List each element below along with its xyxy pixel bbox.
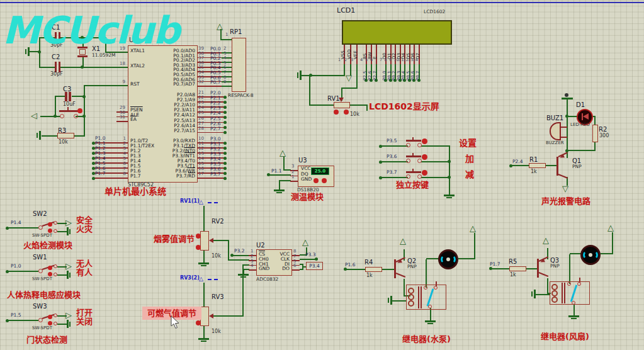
relay1-body[interactable]: [406, 285, 446, 310]
wire: [201, 265, 206, 266]
wire: [40, 116, 60, 117]
pin-stub: [292, 269, 300, 271]
motor-hub-icon: [446, 257, 450, 261]
pin-name: VCC: [301, 166, 311, 171]
led-diode-icon: [583, 113, 589, 120]
transistor-q3-value: PNP: [550, 264, 560, 269]
lcd-net-label: P2.7: [373, 64, 378, 81]
key-plate-icon: [406, 155, 421, 157]
lcd-pin-number: 7: [380, 58, 382, 62]
lcd-pin-number: 14: [413, 58, 418, 62]
temp-increase-button[interactable]: [314, 178, 319, 183]
wire: [612, 232, 613, 254]
switch-ref: SW3: [33, 303, 47, 310]
power-terminal-icon: ▽: [346, 74, 352, 82]
junction-dot: [565, 149, 568, 152]
net-terminal-dot: [223, 101, 227, 104]
lcd-part: LCD1602: [424, 9, 445, 14]
key-contact-icon: [406, 159, 410, 163]
resistor-r5-body[interactable]: [509, 266, 526, 271]
net-terminal-dot: [223, 152, 227, 155]
pin-name: DO: [271, 266, 290, 271]
resistor-r4-body[interactable]: [365, 267, 382, 272]
net-label: P3.6: [387, 154, 397, 159]
wire: [283, 157, 285, 171]
cap2-value: 30pF: [50, 72, 63, 77]
key-contact-icon: [406, 143, 410, 147]
pump-motor[interactable]: [438, 249, 458, 269]
wire: [567, 116, 577, 117]
wire: [57, 231, 67, 232]
pin-number: 17: [198, 172, 204, 177]
pot-rv3-ref: RV3: [212, 293, 224, 300]
net-terminal-dot: [223, 131, 227, 134]
buzzer-symbol[interactable]: [550, 122, 561, 140]
junction-dot: [82, 95, 86, 98]
pot-rv2-value: 10k: [212, 254, 221, 259]
transistor-q1-value: PNP: [572, 164, 582, 169]
pin-stub: [197, 178, 225, 179]
switch-toggle-button: [48, 315, 52, 319]
cap3-value: 10uF: [63, 102, 76, 108]
pot-rv3-wiper-icon: [209, 313, 213, 319]
lcd-pin-name: D7: [416, 42, 421, 59]
lcd-net-label: P0.7: [416, 64, 421, 81]
switch-toggle-button: [48, 321, 52, 325]
respack-pin1-number: 1: [225, 33, 228, 38]
wire: [346, 269, 366, 270]
wire: [547, 278, 548, 294]
component-stroke: [59, 110, 78, 112]
schematic-canvas[interactable]: △△△△△△△▽▽◁▷▷▷ U1 STC89C52 单片机最小系统 RP1 RE…: [0, 0, 644, 350]
lcd-pin-number: 4: [360, 58, 363, 62]
rv2-decrease-button[interactable]: [196, 245, 201, 250]
key-plate-icon: [406, 140, 421, 142]
relay2-caption: 继电器(风扇): [541, 332, 589, 342]
respack-body[interactable]: [232, 38, 246, 92]
wire: [220, 39, 232, 40]
switch-toggle-button: [48, 222, 52, 227]
wire: [449, 145, 450, 195]
rv3-tag-dash-icon: [208, 279, 218, 280]
wire: [279, 180, 291, 181]
net-label-p1-1: P1.1: [271, 169, 281, 174]
switch-ref: SW1: [33, 254, 47, 261]
resistor-r4-value: 1k: [366, 273, 373, 279]
junction-dot: [344, 268, 347, 271]
wire: [421, 177, 450, 178]
rv1-decrease-button: [334, 110, 339, 115]
net-label-p3-2: P3.2: [234, 249, 244, 254]
lcd-pin-name: VSS: [341, 42, 346, 59]
wire: [421, 161, 450, 162]
junction-dot: [509, 164, 512, 167]
pot-rv1-body[interactable]: [334, 102, 350, 108]
junction-dot: [81, 65, 84, 69]
power-terminal-icon: ▽: [562, 184, 568, 193]
wire: [39, 131, 41, 140]
lcd-pin-number: 5: [365, 58, 368, 62]
pin-number: 4: [251, 264, 253, 269]
mcuclub-watermark: MCUclub: [3, 11, 179, 49]
switch-state-bottom: 火灾: [76, 225, 93, 234]
switch-type: SW-SPDT: [32, 234, 52, 239]
ground-bar-icon: [69, 229, 71, 234]
component-stroke: [65, 92, 67, 101]
wire: [567, 99, 568, 152]
fan-motor[interactable]: [580, 245, 601, 265]
rv3-decrease-button[interactable]: [196, 320, 201, 325]
rv2-increase-button[interactable]: [196, 234, 201, 239]
temp-decrease-button[interactable]: [322, 178, 327, 183]
net-terminal-dot: [223, 126, 227, 129]
wire: [40, 67, 55, 68]
wire: [601, 253, 613, 254]
pot-rv3-body[interactable]: [200, 307, 209, 326]
pot-rv2-body[interactable]: [200, 231, 209, 251]
switch-ref: SW2: [33, 210, 47, 217]
resistor-r1-body[interactable]: [529, 163, 546, 168]
contact-circle-icon: [74, 114, 78, 118]
key-stem-icon: [412, 137, 414, 140]
relay2-body[interactable]: [550, 281, 590, 305]
temp-reading-display: 25.0: [311, 167, 329, 175]
lcd-pin-name: E: [373, 42, 378, 59]
net-terminal-p3-4: P3.4: [306, 262, 323, 270]
resistor-r2-body[interactable]: [592, 125, 598, 142]
